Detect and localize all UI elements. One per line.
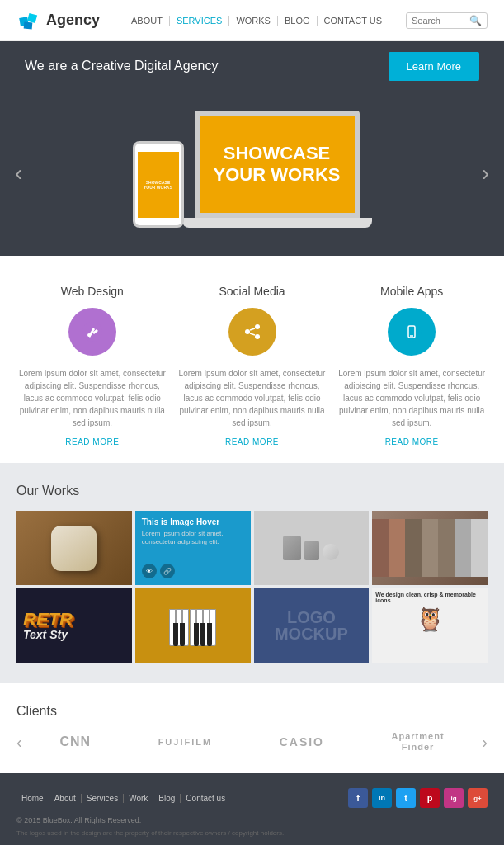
our-works-section: Our Works This is Image Hover Lorem ipsu… [0, 463, 504, 683]
laptop-device: SHOWCASE YOUR WORKS [182, 111, 372, 228]
works-grid: This is Image Hover Lorem ipsum dolor si… [16, 511, 488, 663]
db-cylinder-2 [304, 541, 319, 560]
nav-blog[interactable]: BLOG [278, 16, 318, 26]
work-2-content: This is Image Hover Lorem ipsum dolor si… [135, 511, 251, 585]
nav-works[interactable]: WORKS [229, 16, 278, 26]
work-item-7[interactable]: LOGO MOCKUP [254, 588, 370, 663]
main-nav: ABOUT SERVICES WORKS BLOG CONTACT US [125, 16, 406, 26]
footer-nav-about[interactable]: About [49, 794, 82, 803]
services-section: Web Design Lorem ipsum dolor sit amet, c… [0, 256, 504, 463]
services-grid: Web Design Lorem ipsum dolor sit amet, c… [16, 285, 488, 446]
work-8-inner: We design clean, crisp & memorable icons… [372, 588, 488, 663]
showcase-next-arrow[interactable]: › [482, 160, 489, 186]
clients-row: ‹ CNN FUJIFILM CASIO ApartmentFinder › [16, 731, 488, 753]
work-item-6[interactable] [135, 588, 251, 663]
nav-about[interactable]: ABOUT [125, 16, 170, 26]
social-icons: f in t p ig g+ [348, 788, 488, 808]
work-8-title: We design clean, crisp & memorable icons [375, 592, 484, 603]
footer-nav: Home About Services Work Blog Contact us [16, 794, 230, 803]
service-web-design-icon [68, 308, 116, 356]
work-item-2[interactable]: This is Image Hover Lorem ipsum dolor si… [135, 511, 251, 585]
twitter-icon[interactable]: t [396, 788, 416, 808]
owl-icon: 🦉 [375, 606, 484, 633]
instagram-icon[interactable]: ig [444, 788, 464, 808]
service-web-design-desc: Lorem ipsum dolor sit amet, consectetur … [16, 367, 168, 429]
piano-key-black-3 [194, 623, 199, 646]
footer-copyright: © 2015 BlueBox. All Rights Reserved. [16, 816, 488, 824]
service-social-media-read-more[interactable]: READ MORE [225, 437, 279, 446]
footer-nav-work[interactable]: Work [124, 794, 153, 803]
service-social-media-title: Social Media [219, 285, 285, 298]
piano-key-black-4 [200, 623, 205, 646]
work-item-8[interactable]: We design clean, crisp & memorable icons… [372, 588, 488, 663]
pinterest-icon[interactable]: p [420, 788, 440, 808]
service-mobile-apps-read-more[interactable]: READ MORE [385, 437, 439, 446]
phone-device: SHOWCASE YOUR WORKS [133, 141, 191, 228]
work-item-3[interactable] [254, 511, 370, 585]
logo-icon [16, 9, 40, 32]
clients-section: Clients ‹ CNN FUJIFILM CASIO ApartmentFi… [0, 683, 504, 773]
clients-title: Clients [16, 704, 488, 719]
service-mobile-apps: Mobile Apps Lorem ipsum dolor sit amet, … [336, 285, 488, 446]
service-web-design: Web Design Lorem ipsum dolor sit amet, c… [16, 285, 168, 446]
service-social-media-desc: Lorem ipsum dolor sit amet, consectetur … [177, 367, 328, 429]
client-logo-fuji: FUJIFILM [158, 737, 213, 747]
client-logo-casio: CASIO [280, 735, 324, 748]
logo-area: Agency [16, 9, 100, 32]
footer: Home About Services Work Blog Contact us… [0, 773, 504, 845]
search-icon[interactable]: 🔍 [469, 15, 482, 26]
color-bars [372, 519, 488, 577]
footer-nav-services[interactable]: Services [82, 794, 124, 803]
service-web-design-title: Web Design [61, 285, 124, 298]
footer-nav-contact[interactable]: Contact us [181, 794, 230, 803]
service-social-media: Social Media Lorem ipsum dolor sit amet,… [177, 285, 328, 446]
showcase-prev-arrow[interactable]: ‹ [15, 160, 22, 186]
service-mobile-apps-icon [388, 308, 436, 356]
clients-prev-arrow[interactable]: ‹ [16, 733, 22, 752]
work-7-inner: LOGO MOCKUP [254, 588, 370, 663]
learn-more-button[interactable]: Learn More [389, 52, 479, 81]
piano-key-black-2 [180, 623, 185, 646]
svg-rect-1 [27, 12, 37, 22]
retro-text-line1: RETR [23, 611, 73, 629]
work-6-inner [135, 588, 251, 663]
retro-text-line2: Text Sty [23, 629, 68, 640]
search-box: 🔍 [406, 12, 488, 29]
footer-nav-home[interactable]: Home [16, 794, 49, 803]
svg-rect-2 [24, 21, 33, 29]
work-5-inner: RETR Text Sty [16, 588, 132, 663]
search-input[interactable] [412, 16, 469, 26]
db-stack [283, 536, 339, 560]
svg-point-6 [245, 329, 250, 334]
work-2-desc: Lorem ipsum dolor sit amet, consectetur … [142, 530, 244, 547]
work-2-eye-icon[interactable]: 👁 [142, 564, 157, 578]
clients-next-arrow[interactable]: › [482, 733, 488, 752]
hero-banner: We are a Creative Digital Agency Learn M… [0, 41, 504, 91]
nav-contact[interactable]: CONTACT US [318, 16, 389, 26]
nav-services[interactable]: SERVICES [170, 16, 229, 26]
header: Agency ABOUT SERVICES WORKS BLOG CONTACT… [0, 0, 504, 41]
facebook-icon[interactable]: f [348, 788, 368, 808]
client-logo-apt: ApartmentFinder [392, 731, 445, 753]
svg-point-11 [402, 322, 422, 342]
work-2-link-icon[interactable]: 🔗 [160, 564, 175, 578]
our-works-title: Our Works [16, 484, 488, 498]
footer-nav-blog[interactable]: Blog [153, 794, 181, 803]
showcase-heading: SHOWCASE YOUR WORKS [214, 143, 341, 186]
piano-key-black-5 [207, 623, 212, 646]
work-item-4[interactable] [372, 511, 488, 585]
googleplus-icon[interactable]: g+ [468, 788, 488, 808]
service-social-media-icon [228, 308, 276, 356]
svg-point-7 [255, 324, 260, 329]
linkedin-icon[interactable]: in [372, 788, 392, 808]
work-4-inner [372, 511, 488, 585]
footer-top: Home About Services Work Blog Contact us… [16, 788, 488, 808]
service-mobile-apps-title: Mobile Apps [380, 285, 443, 298]
showcase-devices: SHOWCASE YOUR WORKS SHOWCASE YOUR WORKS [133, 111, 372, 228]
phone-screen-text: SHOWCASE YOUR WORKS [144, 180, 172, 190]
service-web-design-read-more[interactable]: READ MORE [65, 437, 119, 446]
work-item-5[interactable]: RETR Text Sty [16, 588, 132, 663]
work-item-1[interactable] [16, 511, 132, 585]
svg-point-4 [87, 333, 91, 337]
showcase-section: ‹ SHOWCASE YOUR WORKS SHOWCASE YOUR WORK… [0, 91, 504, 256]
